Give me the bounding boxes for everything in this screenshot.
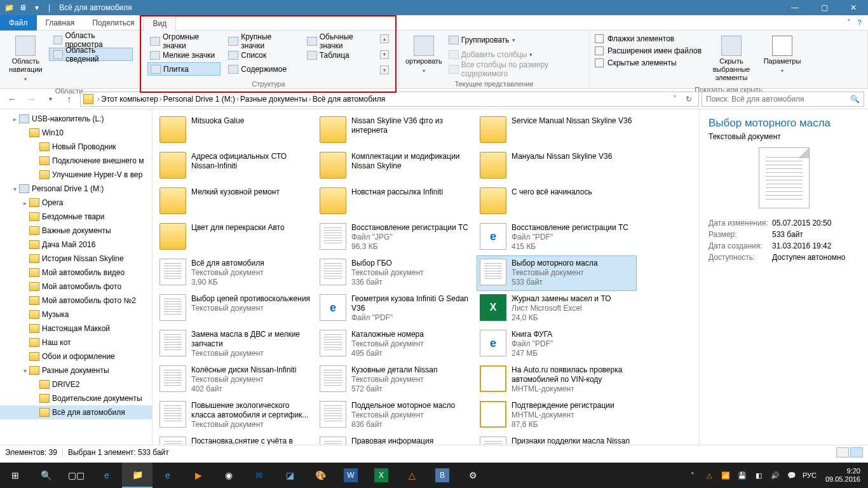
tree-item[interactable]: Мой автомобиль видео — [0, 266, 152, 280]
tree-item[interactable]: Win10 — [0, 126, 152, 140]
tab-view[interactable]: Вид — [143, 16, 176, 31]
file-tile[interactable]: Повышение экологического класса автомоби… — [156, 398, 316, 433]
qat-dropdown-icon[interactable]: ▾ — [32, 3, 42, 13]
tree-item[interactable]: ▾Personal Drive 1 (M:) — [0, 182, 152, 196]
tray-drive-icon[interactable]: 💾 — [736, 471, 748, 480]
tree-item[interactable]: ▸USB-накопитель (L:) — [0, 112, 152, 126]
tree-item[interactable]: Улучшение Hyper-V в вер — [0, 168, 152, 182]
minimize-button[interactable]: — — [780, 0, 810, 15]
taskbar-outlook[interactable]: ✉ — [244, 463, 275, 488]
file-tile[interactable]: Service Manual Nissan Skyline V36 — [477, 113, 637, 149]
file-tile[interactable]: Адреса официальных СТО Nissan-Infiniti — [156, 149, 316, 184]
tray-volume-icon[interactable]: 🔊 — [770, 471, 781, 480]
file-tile[interactable]: Выбор ГБОТекстовый документ336 байт — [316, 255, 477, 291]
options-button[interactable]: Параметры ▾ — [760, 33, 804, 78]
layout-details[interactable]: Таблица — [304, 48, 377, 62]
layout-tiles[interactable]: Плитка — [147, 62, 220, 76]
taskbar-excel[interactable]: X — [366, 463, 397, 488]
view-details-button[interactable] — [836, 447, 849, 458]
start-button[interactable]: ⊞ — [0, 463, 31, 488]
layout-extra-large-icons[interactable]: Огромные значки — [147, 34, 220, 48]
item-checkboxes-toggle[interactable]: Флажки элементов — [595, 34, 703, 43]
tree-item[interactable]: Мой автомобиль фото №2 — [0, 294, 152, 308]
forward-button[interactable]: → — [23, 91, 39, 107]
file-tile[interactable]: Mitsuoka Galue — [156, 113, 316, 149]
file-tile[interactable]: Восстановление регистрации ТСФайл "JPG"9… — [316, 220, 477, 255]
tree-item[interactable]: История Nissan Skyline — [0, 252, 152, 266]
file-tile[interactable]: Колёсные диски Nissan-InfinitiТекстовый … — [156, 362, 316, 398]
file-tile[interactable]: Восстановление регистрации ТСФайл "PDF"4… — [477, 220, 637, 255]
tree-item[interactable]: DRIVE2 — [0, 377, 152, 391]
file-tile[interactable]: Всё для автомобиляТекстовый документ3,90… — [156, 255, 316, 291]
tray-network-icon[interactable]: 📶 — [720, 471, 731, 480]
tray-app-icon[interactable]: ◧ — [753, 471, 764, 480]
tree-item[interactable]: ▾Разные документы — [0, 363, 152, 377]
address-dropdown[interactable]: ˅ — [668, 92, 682, 106]
group-by-button[interactable]: Группировать — [446, 33, 584, 46]
tab-file[interactable]: Файл — [0, 15, 37, 30]
help-icon[interactable]: ? — [857, 18, 862, 27]
details-pane-button[interactable]: Область сведений — [49, 48, 133, 61]
layout-scroll-down[interactable]: ▾ — [380, 50, 389, 59]
taskbar-vk[interactable]: B — [427, 463, 458, 488]
file-tile[interactable]: Постановка,снятие с учёта в — [156, 433, 316, 445]
file-tile[interactable]: Выбор цепей противоскольженияТекстовый д… — [156, 291, 316, 327]
navigation-pane-button[interactable]: Область навигации ▾ — [5, 33, 46, 86]
taskbar-explorer[interactable]: 📁 — [122, 463, 153, 488]
tree-item[interactable]: Наш кот — [0, 336, 152, 349]
layout-list[interactable]: Список — [226, 48, 299, 62]
tree-item[interactable]: Всё для автомобиля — [0, 405, 152, 419]
file-tile[interactable]: Выбор моторного маслаТекстовый документ5… — [477, 255, 637, 291]
breadcrumb-bar[interactable]: › Этот компьютер › Personal Drive 1 (M:)… — [80, 92, 699, 107]
maximize-button[interactable]: ▢ — [810, 0, 839, 15]
tab-home[interactable]: Главная — [37, 15, 84, 30]
close-button[interactable]: ✕ — [839, 0, 868, 15]
tree-item[interactable]: Мой автомобиль фото — [0, 280, 152, 294]
breadcrumb-segment[interactable]: Этот компьютер — [101, 95, 158, 104]
file-tile[interactable]: Признаки подделки масла Nissan — [477, 433, 637, 445]
file-tile[interactable]: Комплектации и модификации Nissan Skylin… — [316, 149, 477, 184]
add-columns-button[interactable]: Добавить столбцы — [446, 48, 584, 61]
layout-expand[interactable]: ▾ — [380, 65, 389, 74]
tray-vlc-icon[interactable]: △ — [703, 471, 715, 480]
file-tile[interactable]: Каталожные номераТекстовый документ495 б… — [316, 327, 477, 362]
file-tile[interactable]: На Auto.ru появилась проверка автомобиле… — [477, 362, 637, 398]
file-tile[interactable]: Мануалы Nissan Skyline V36 — [477, 149, 637, 184]
file-tile[interactable]: Мелкий кузовной ремонт — [156, 184, 316, 220]
file-tile[interactable]: Поддельное моторное маслоТекстовый докум… — [316, 398, 477, 433]
file-list[interactable]: Mitsuoka GalueNissan Skyline V36 фто из … — [153, 109, 699, 445]
tree-item[interactable]: ▸Opera — [0, 196, 152, 210]
file-tile[interactable]: Nissan Skyline V36 фто из интернета — [316, 113, 477, 149]
tree-item[interactable]: Подключение внешнего м — [0, 154, 152, 168]
layout-content[interactable]: Содержимое — [226, 62, 299, 76]
tray-overflow-icon[interactable]: ˄ — [687, 471, 698, 480]
layout-scroll-up[interactable]: ▴ — [380, 34, 389, 43]
tray-action-center-icon[interactable]: 💬 — [786, 471, 797, 480]
tree-item[interactable]: Дача Май 2016 — [0, 238, 152, 252]
taskbar-word[interactable]: W — [336, 463, 366, 488]
tree-item[interactable]: Водительские документы — [0, 391, 152, 405]
back-button[interactable]: ← — [4, 91, 20, 107]
layout-medium-icons[interactable]: Обычные значки — [304, 34, 377, 48]
navigation-tree[interactable]: ▸USB-накопитель (L:)Win10Новый Проводник… — [0, 109, 153, 445]
file-tile[interactable]: Правовая информация — [316, 433, 477, 445]
tray-clock[interactable]: 9:20 09.05.2016 — [822, 467, 864, 484]
breadcrumb-segment[interactable]: Разные документы — [240, 95, 308, 104]
file-tile[interactable]: Геометрия кузова Infiniti G Sedan V36Фай… — [316, 291, 477, 327]
tree-item[interactable]: Настоящая Маккой — [0, 322, 152, 336]
tree-item[interactable]: Новый Проводник — [0, 140, 152, 154]
file-tile[interactable]: Новстная рассылка Infiniti — [316, 184, 477, 220]
taskbar-edge[interactable]: e — [92, 463, 122, 488]
taskbar-chrome[interactable]: ◉ — [214, 463, 244, 488]
file-tile[interactable]: Книга ФУГАФайл "PDF"247 МБ — [477, 327, 637, 362]
taskbar-paint[interactable]: 🎨 — [305, 463, 336, 488]
layout-small-icons[interactable]: Мелкие значки — [147, 48, 220, 62]
hidden-items-toggle[interactable]: Скрытые элементы — [595, 58, 703, 67]
tab-share[interactable]: Поделиться — [83, 15, 143, 30]
view-tiles-button[interactable] — [850, 447, 863, 458]
file-tile[interactable]: Подтверждение регистрацииMHTML-документ8… — [477, 398, 637, 433]
refresh-button[interactable]: ↻ — [682, 92, 696, 106]
file-tile[interactable]: Кузовные детали NissanТекстовый документ… — [316, 362, 477, 398]
taskbar-vlc[interactable]: △ — [397, 463, 427, 488]
task-view-button[interactable]: ▢▢ — [61, 463, 92, 488]
